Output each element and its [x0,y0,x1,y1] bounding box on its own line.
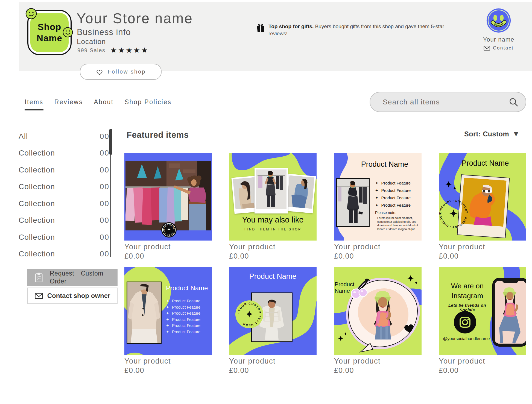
tab-items[interactable]: Items [25,98,43,110]
product-caption[interactable]: Your product £0.00 [124,357,212,375]
chevron-down-icon: ▼ [512,130,520,138]
shop-name-badge: SHOP NAME · SHOP NAME · [161,222,177,238]
product-caption[interactable]: Your product £0.00 [229,243,317,260]
tab-reviews[interactable]: Reviews [54,98,83,110]
product-caption[interactable]: Your product £0.00 [229,357,317,375]
product-title[interactable]: Your product [439,357,526,365]
feature-item: Product Feature [381,181,411,185]
card-title: Product Name [455,159,515,168]
card-title: Product Name [245,272,300,281]
sidebar-item-collection[interactable]: Collection 00 [19,145,109,162]
gift-icon [256,24,265,32]
contact-shop-owner-label: Contact shop owner [47,292,110,300]
product-card[interactable]: You may also like FIND THEM IN THE SHOP [229,153,317,241]
envelope-icon [35,293,43,299]
product-price: £0.00 [124,366,212,375]
card-title: We are on Instagram [445,281,490,301]
custom-text-circle-badge: · YOUR CUSTOM TEXT HERE [235,300,264,329]
product-photo [336,178,370,227]
product-price: £0.00 [124,252,212,260]
product-card[interactable]: Product Name [334,267,422,355]
product-card[interactable]: Product Name ✦Product Feature ✦Product F… [334,153,422,241]
sidebar-item-collection[interactable]: Collection 00 [19,178,109,195]
feature-item: Product Feature [381,203,411,207]
top-shop-banner: Top shop for gifts. Buyers bought gifts … [256,23,448,37]
sparkle-icon [453,186,457,190]
sparkle-bullet-icon: ✦ [166,330,169,334]
product-title[interactable]: Your product [124,357,212,365]
sidebar-item-collection[interactable]: Collection 00 [19,212,109,229]
product-photo [125,161,211,230]
tab-shop-policies[interactable]: Shop Policies [125,98,172,110]
tab-about[interactable]: About [94,98,114,110]
owner-name: Your name [483,36,515,43]
sales-count[interactable]: 999 Sales [77,47,105,54]
request-custom-order-button[interactable]: Request Custom Order [27,269,118,286]
product-title[interactable]: Your product [229,243,317,251]
card-title: You may also like [229,215,317,224]
product-price: £0.00 [229,366,317,375]
feature-item: Product Feature [172,299,200,303]
sidebar-item-collection[interactable]: Collection 00 [19,162,109,178]
product-price: £0.00 [229,252,317,260]
sidebar-item-collection[interactable]: Collection 00 [19,195,109,212]
photo-polaroid [285,174,316,213]
sparkle-icon [407,275,414,282]
shop-owner-block: Glowaves Your name Contact [481,8,517,51]
sort-label: Sort: Custom [464,130,509,138]
product-caption[interactable]: Your product £0.00 [334,243,422,260]
search-input[interactable] [382,98,509,107]
search-icon[interactable] [509,97,518,107]
sparkle-bullet-icon: ✦ [375,195,379,200]
business-info: Business info [77,27,131,37]
sidebar-scrollbar-thumb[interactable] [109,129,112,155]
sparkle-bullet-icon: ✦ [166,305,169,309]
clipboard-icon [34,272,43,283]
note-label: Please note: [375,210,396,215]
product-card[interactable]: SHOP NAME · SHOP NAME · [124,153,212,241]
sort-dropdown[interactable]: Sort: Custom ▼ [464,130,520,138]
product-card[interactable]: Product Name DISCOUNT · DISCOUNT · DISCO… [439,153,526,241]
feature-list: ✦Product Feature ✦Product Feature ✦Produ… [166,298,200,335]
contact-shop-owner-button[interactable]: Contact shop owner [27,288,118,304]
contact-link[interactable]: Contact [484,45,514,51]
follow-shop-button[interactable]: Follow shop [80,64,162,80]
sidebar-item-collection[interactable]: Collection 00 [19,246,109,263]
product-title[interactable]: Your product [334,357,422,365]
product-title[interactable]: Your product [124,243,212,251]
sparkle-icon [445,181,452,188]
feature-list: ✦Product Feature ✦Product Feature ✦Produ… [375,179,411,209]
discount-circle-badge: DISCOUNT · DISCOUNT · DISCOUNT · DISCOUN… [439,197,470,230]
shop-page: Shop Name Your Store name Business info … [0,0,532,404]
card-subtitle: FIND THEM IN THE SHOP [229,227,317,231]
note-text: Lorem ipsum dolor sit amet, consectetur … [377,216,419,231]
product-card[interactable]: Product Name · YOUR CUSTOM TEXT HERE [229,267,317,355]
product-caption[interactable]: Your product £0.00 [334,357,422,375]
top-shop-bold: Top shop for gifts. [268,24,314,29]
sidebar-item-collection[interactable]: Collection 00 [19,229,109,246]
product-caption[interactable]: Your product £0.00 [124,243,212,260]
shop-logo-text-line1: Shop [38,21,61,33]
product-title[interactable]: Your product [439,243,526,251]
owner-avatar[interactable]: Glowaves [486,8,511,33]
sparkle-bullet-icon: ✦ [375,188,379,193]
sidebar-item-all[interactable]: All 00 [19,128,109,145]
phone-notch [502,280,518,283]
card-title: Product Name [350,160,419,169]
sparkle-bullet-icon: ✦ [375,203,379,208]
product-price: £0.00 [334,252,422,260]
product-title[interactable]: Your product [229,357,317,365]
product-title[interactable]: Your product [334,243,422,251]
sparkle-icon [414,281,418,285]
product-card[interactable]: We are on Instagram Lets be friends on S… [439,267,526,355]
product-photo [127,282,162,344]
star-rating[interactable]: ★★★★★ [110,46,149,55]
card-script-text: Lets be friends on Socials [443,303,492,312]
feature-item: Product Feature [172,323,200,328]
product-caption[interactable]: Your product £0.00 [439,357,526,375]
featured-items-heading: Featured items [127,130,189,140]
shop-location: Location [77,37,106,46]
product-card[interactable]: Product Name ✦Product Feature ✦Product F… [124,267,212,355]
feature-item: Product Feature [172,305,200,309]
product-caption[interactable]: Your product £0.00 [439,243,526,260]
